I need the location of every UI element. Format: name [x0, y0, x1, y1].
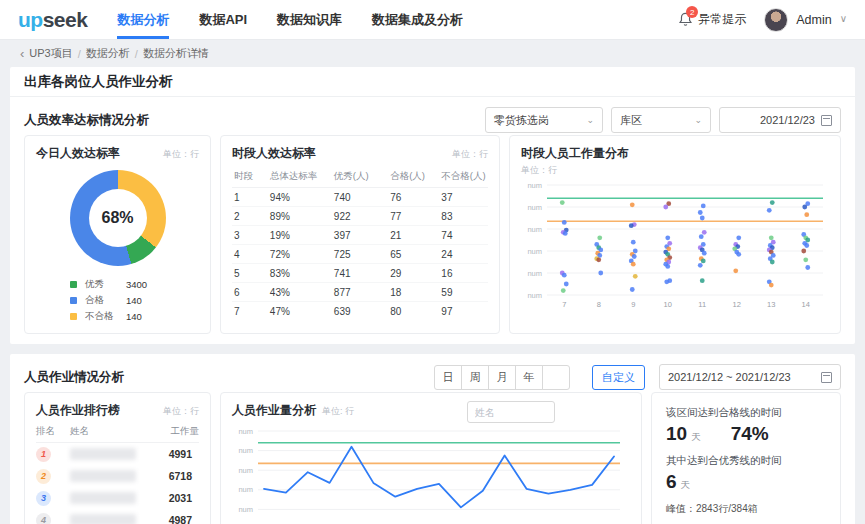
back-chevron-icon[interactable]: ‹ [20, 46, 24, 61]
workload-line-card: 人员作业量分析 单位: 行 numnumnumnumnumnum1970/03/… [220, 392, 642, 524]
tab-year[interactable]: 年 [515, 365, 543, 390]
table-cell: 21 [388, 226, 439, 245]
date-picker[interactable]: 2021/12/23 [719, 107, 841, 133]
workload-value: 4991 [136, 448, 192, 460]
donut-card-unit: 单位：行 [163, 148, 199, 161]
breadcrumb-project[interactable]: UP3项目 [29, 46, 72, 61]
table-row: 472%7256524 [232, 245, 488, 264]
date-range-picker[interactable]: 2021/12/12 ~ 2021/12/23 [659, 364, 841, 390]
scatter-dot [702, 230, 707, 235]
scatter-dot [665, 235, 670, 240]
scatter-dot [698, 210, 703, 215]
top-navigation-bar: upseek 数据分析 数据API 数据知识库 数据集成及分析 2 异常提示 A… [0, 0, 865, 40]
workload-value: 6718 [136, 470, 192, 482]
table-cell: 37 [439, 188, 488, 207]
section2-title: 人员作业情况分析 [24, 369, 124, 386]
page-title: 出库各岗位人员作业分析 [24, 73, 173, 91]
breadcrumb: ‹ UP3项目 / 数据分析 / 数据分析详情 [0, 40, 865, 67]
ranking-col-value: 工作量 [157, 425, 199, 438]
alert-notification[interactable]: 2 异常提示 [677, 11, 746, 28]
table-cell: 72% [268, 245, 332, 264]
table-cell: 18 [388, 283, 439, 302]
table-cell: 77 [388, 207, 439, 226]
work-section: 人员作业情况分析 日 周 月 年 自定义 2021/12/12 ~ 2021/1… [10, 354, 855, 524]
rank-badge: 1 [36, 447, 51, 462]
logo-up-text: up [18, 8, 43, 32]
table-row: 643%8771859 [232, 283, 488, 302]
daily-workload-line-chart: numnumnumnumnumnum1970/03/062020/11/1420… [232, 423, 630, 524]
tab-day[interactable]: 日 [434, 365, 462, 390]
svg-text:num: num [238, 427, 253, 436]
position-select[interactable]: 零货拣选岗 ⌄ [485, 107, 603, 133]
alert-label: 异常提示 [698, 11, 746, 28]
qualified-days-unit: 天 [691, 431, 701, 444]
nav-item-data-analysis[interactable]: 数据分析 [117, 0, 169, 39]
svg-text:13: 13 [767, 300, 775, 309]
blurred-name [70, 470, 136, 482]
peak-label: 峰值： [666, 503, 696, 514]
ranking-card-title: 人员作业排行榜 [36, 402, 120, 419]
nav-label: 数据知识库 [277, 11, 342, 29]
workload-line-series [264, 447, 614, 508]
main-panel: 出库各岗位人员作业分析 人员效率达标情况分析 零货拣选岗 ⌄ 库区 ⌄ 2021… [10, 67, 855, 344]
table-cell: 94% [268, 188, 332, 207]
table-header-cell: 优秀(人) [332, 166, 388, 188]
scatter-card-title: 时段人员工作量分布 [521, 145, 629, 162]
blurred-name [70, 448, 136, 460]
scatter-dot [698, 263, 703, 268]
svg-text:num: num [527, 269, 542, 278]
excellent-time-label: 其中达到合优秀线的时间 [666, 454, 826, 468]
table-cell: 741 [332, 264, 388, 283]
legend-value: 140 [126, 311, 142, 322]
scatter-dot [596, 257, 601, 262]
scatter-dot [664, 279, 669, 284]
scatter-dot [770, 200, 775, 205]
svg-text:num: num [527, 181, 542, 190]
scatter-dot [804, 212, 809, 217]
legend-item: 合格140 [70, 292, 199, 308]
table-cell: 740 [332, 188, 388, 207]
qualified-time-label: 该区间达到合格线的时间 [666, 406, 826, 420]
nav-label: 数据API [199, 11, 247, 29]
chevron-down-icon[interactable]: ∨ [840, 13, 847, 24]
svg-text:14: 14 [802, 300, 810, 309]
scatter-points [560, 200, 810, 293]
scatter-dot [598, 271, 603, 276]
tab-custom[interactable]: 自定义 [592, 365, 645, 390]
table-header-cell: 合格(人) [388, 166, 439, 188]
tab-month[interactable]: 月 [488, 365, 516, 390]
name-search-input[interactable] [467, 401, 555, 423]
workload-value: 4987 [136, 514, 192, 524]
table-cell: 19% [268, 226, 332, 245]
nav-item-data-integration[interactable]: 数据集成及分析 [372, 0, 463, 39]
legend-label: 合格 [85, 294, 118, 307]
scatter-dot [699, 234, 704, 239]
table-cell: 74 [439, 226, 488, 245]
svg-text:num: num [527, 203, 542, 212]
donut-legend: 优秀3400合格140不合格140 [70, 276, 199, 324]
user-name[interactable]: Admin [796, 13, 831, 27]
ranking-card-unit: 单位：行 [163, 405, 199, 418]
user-avatar[interactable] [764, 8, 788, 32]
scatter-dot [563, 231, 568, 236]
tab-blank[interactable] [542, 365, 570, 390]
table-cell: 76 [388, 188, 439, 207]
table-cell: 47% [268, 302, 332, 321]
date-range-value: 2021/12/12 ~ 2021/12/23 [668, 371, 791, 383]
breadcrumb-separator: / [78, 48, 81, 60]
ranking-col-name: 姓名 [70, 425, 157, 438]
scatter-dot [630, 287, 635, 292]
nav-item-data-knowledge[interactable]: 数据知识库 [277, 0, 342, 39]
tab-week[interactable]: 周 [461, 365, 489, 390]
logo-seek-text: seek [43, 8, 88, 32]
table-row: 319%3972174 [232, 226, 488, 245]
table-cell: 89% [268, 207, 332, 226]
scatter-dot [700, 216, 705, 221]
nav-item-data-api[interactable]: 数据API [199, 0, 247, 39]
table-cell: 83% [268, 264, 332, 283]
hour-workload-card: 时段人员工作量分布 单位：行 numnumnumnumnumnum7891011… [509, 135, 841, 334]
breadcrumb-analysis[interactable]: 数据分析 [86, 46, 130, 61]
ranking-rows: 1499126718320314498756158 [36, 443, 199, 524]
scatter-dot [631, 240, 636, 245]
area-select[interactable]: 库区 ⌄ [611, 107, 711, 133]
